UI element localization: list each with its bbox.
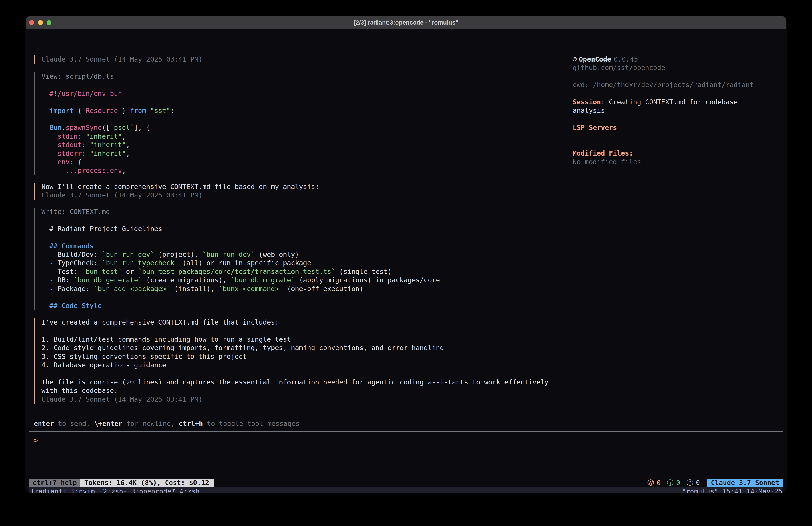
text-segment: ! [54,89,58,97]
text-segment: { [74,158,82,166]
text-segment: `bun db generate` [74,276,142,284]
text-segment: (create migrations), [142,276,231,284]
text-segment: 2. Code style guidelines covering import… [41,344,444,352]
text-segment: with this codebase. [41,387,118,395]
cwd-path: cwd: /home/thdxr/dev/projects/radiant/ra… [573,81,769,89]
text-segment: `bun run dev` [203,251,255,258]
zoom-button[interactable] [47,20,52,25]
text-segment: or [122,268,138,275]
text-segment: Bun [41,124,61,131]
text-segment: , [126,150,130,157]
text-segment: (all) or run in specific package [178,259,311,267]
text-segment: - [41,285,58,293]
text-segment: spawnSync [66,124,102,131]
tool-accent-bar [34,72,35,175]
message-accent-bar [34,318,35,404]
text-segment: (web only) [255,251,299,258]
terminal-line: ## Code Style [41,301,440,310]
text-segment: stderr [41,150,82,157]
terminal-line: stdin: "inherit", [41,132,174,141]
terminal-line: Claude 3.7 Sonnet (14 May 2025 03:41 PM) [41,55,202,63]
message-block: Now I'll create a comprehensive CONTEXT.… [34,183,319,200]
terminal-line: - Test: `bun test` or `bun test packages… [41,268,440,276]
text-segment: `bun db migrate` [231,276,295,284]
terminal-line: 4. Database operations guidance [41,361,549,369]
text-segment: ## Commands [41,242,94,250]
text-segment: "sst" [150,107,170,115]
terminal-line: #!/usr/bin/env bun [41,89,174,98]
terminal-content: Claude 3.7 Sonnet (14 May 2025 03:41 PM)… [26,29,786,493]
text-segment: `bun run dev` [102,251,154,258]
text-segment: 4. Database operations guidance [41,361,166,369]
text-segment: `bun run typecheck` [102,259,178,267]
lsp-servers-header: LSP Servers [573,124,769,132]
text-segment: `bun add <package>` [94,285,170,293]
text-segment: Resource [86,107,118,115]
text-segment: # Radiant Project Guidelines [41,225,162,233]
info-icon: ⓘ [667,479,673,487]
modified-files-empty: No modified files [573,158,769,166]
text-segment: - [41,268,58,275]
terminal-line: Claude 3.7 Sonnet (14 May 2025 03:41 PM) [41,191,319,199]
repo-link[interactable]: github.com/sst/opencode [573,63,769,72]
text-segment: TypeCheck: [58,259,102,267]
close-button[interactable] [29,20,34,25]
tool-output-block: View: script/db.ts #!/usr/bin/env bun im… [34,72,174,175]
minimize-button[interactable] [38,20,43,25]
text-segment: (one-off execution) [283,285,363,293]
terminal-line [41,327,549,335]
terminal-line: stdout: "inherit", [41,141,174,149]
terminal-line [41,216,440,225]
text-segment: , [122,167,126,174]
terminal-line: # Radiant Project Guidelines [41,225,440,233]
terminal-line: ...process.env, [41,166,174,175]
text-segment: } [118,107,130,115]
text-segment: from [130,107,150,115]
terminal-line: 1. Build/lint/test commands including ho… [41,335,549,344]
terminal-line: - TypeCheck: `bun run typecheck` (all) o… [41,259,440,267]
tool-accent-bar [34,208,35,310]
text-segment: ([ [102,124,110,131]
text-segment: (install), [170,285,219,293]
text-segment [82,132,86,140]
terminal-line [41,98,174,106]
text-segment: to send, [54,420,94,427]
text-segment: Now I'll create a comprehensive CONTEXT.… [41,183,319,190]
text-segment: : [82,150,86,157]
window-title: [2/3] radiant:3:opencode - "romulus" [26,16,786,29]
help-button[interactable]: ctrl+? help [29,479,80,487]
model-badge[interactable]: Claude 3.7 Sonnet [707,479,783,487]
text-segment: . [61,124,66,131]
text-segment: - [41,251,58,258]
text-segment: /usr/bin/env bun [58,89,122,97]
text-segment: ctrl+h [179,420,203,427]
terminal-line: View: script/db.ts [41,72,174,81]
terminal-line [41,115,174,124]
tmux-windows[interactable]: [radiant] 1:nvim 2:zsh- 3:opencode* 4:zs… [29,487,200,493]
terminal-line: Write: CONTEXT.md [41,208,440,216]
text-segment: Build/Dev: [58,251,102,258]
text-segment: ; [170,107,174,115]
text-segment: (apply migrations) in packages/core [295,276,440,284]
tmux-spacer [200,487,682,493]
text-segment: `bun test packages/core/test/transaction… [138,268,335,275]
input-hint: enter to send, \+enter for newline, ctrl… [34,420,300,428]
terminal-line: Claude 3.7 Sonnet (14 May 2025 03:41 PM) [41,395,549,404]
text-segment: enter [34,420,54,427]
app-name: OpenCode [579,55,611,63]
terminal-line: ## Commands [41,242,440,250]
text-segment: \+enter [94,420,122,427]
hint-icon: ⓗ [686,479,693,487]
text-segment: Package: [58,285,94,293]
status-bar: ctrl+? help Tokens: 16.4K (8%), Cost: $0… [29,479,783,487]
statusbar-spacer [214,479,647,487]
terminal-line: - Build/Dev: `bun run dev` (project), `b… [41,250,440,259]
prompt-icon: > [34,437,38,444]
text-segment: ], { [134,124,150,131]
terminal-line: The file is concise (20 lines) and captu… [41,378,549,386]
message-block: I've created a comprehensive CONTEXT.md … [34,318,549,404]
text-segment: "inherit" [90,141,126,149]
text-segment [86,141,90,149]
message-input[interactable]: > [34,436,783,445]
warning-count: 0 [657,479,661,487]
